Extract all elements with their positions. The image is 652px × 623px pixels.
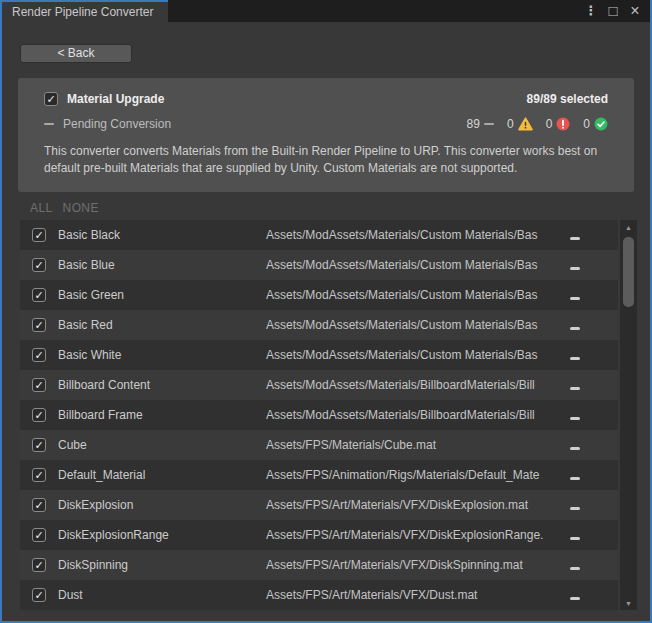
row-checkbox[interactable]: ✓ [32,588,46,602]
warning-count: 0 [507,117,514,131]
material-row[interactable]: ✓ Basic Black Assets/ModAssets/Materials… [20,220,618,250]
error-count: 0 [546,117,553,131]
scrollbar-thumb[interactable] [623,237,634,307]
window-title: Render Pipeline Converter [12,5,153,19]
row-status [570,436,580,454]
tab-render-pipeline-converter[interactable]: Render Pipeline Converter [2,0,168,22]
converter-header[interactable]: ✓ Material Upgrade 89/89 selected [44,92,608,106]
converter-description: This converter converts Materials from t… [44,143,608,177]
status-counts: 89 0 0 [467,117,608,131]
row-checkbox[interactable]: ✓ [32,528,46,542]
check-icon: ✓ [34,260,43,271]
row-checkbox[interactable]: ✓ [32,258,46,272]
material-row[interactable]: ✓ DiskExplosion Assets/FPS/Art/Materials… [20,490,618,520]
material-path: Assets/FPS/Art/Materials/VFX/DiskSpinnin… [266,558,570,572]
row-status [570,466,580,484]
check-icon: ✓ [34,410,43,421]
check-icon: ✓ [34,290,43,301]
scroll-up-icon[interactable]: ▲ [620,220,637,234]
success-count-group: 0 [583,117,608,131]
material-name: Basic Blue [58,258,266,272]
back-button[interactable]: < Back [20,44,132,63]
row-checkbox[interactable]: ✓ [32,378,46,392]
materials-list: ✓ Basic Black Assets/ModAssets/Materials… [20,220,618,610]
check-icon: ✓ [46,94,55,105]
material-row[interactable]: ✓ Dust Assets/FPS/Art/Materials/VFX/Dust… [20,580,618,610]
success-icon [594,117,608,131]
error-count-group: 0 [546,117,571,131]
row-status [570,376,580,394]
pending-status-icon [570,447,580,450]
material-name: DiskExplosion [58,498,266,512]
row-status [570,256,580,274]
close-icon[interactable]: × [626,1,644,21]
row-checkbox[interactable]: ✓ [32,498,46,512]
material-path: Assets/ModAssets/Materials/Custom Materi… [266,258,570,272]
material-name: Dust [58,588,266,602]
material-path: Assets/ModAssets/Materials/Custom Materi… [266,288,570,302]
pending-status-icon [570,507,580,510]
row-checkbox[interactable]: ✓ [32,558,46,572]
material-path: Assets/FPS/Art/Materials/VFX/Dust.mat [266,588,570,602]
material-row[interactable]: ✓ Basic Blue Assets/ModAssets/Materials/… [20,250,618,280]
check-icon: ✓ [34,590,43,601]
select-none-button[interactable]: NONE [63,201,99,215]
pending-status-icon [570,537,580,540]
material-path: Assets/FPS/Materials/Cube.mat [266,438,570,452]
pending-conversion-label: Pending Conversion [63,117,171,131]
row-checkbox[interactable]: ✓ [32,228,46,242]
check-icon: ✓ [34,530,43,541]
list-area: ✓ Basic Black Assets/ModAssets/Materials… [2,220,650,610]
row-checkbox[interactable]: ✓ [32,438,46,452]
row-status [570,286,580,304]
row-status [570,496,580,514]
row-checkbox[interactable]: ✓ [32,348,46,362]
material-row[interactable]: ✓ Billboard Content Assets/ModAssets/Mat… [20,370,618,400]
material-row[interactable]: ✓ DiskSpinning Assets/FPS/Art/Materials/… [20,550,618,580]
material-row[interactable]: ✓ Cube Assets/FPS/Materials/Cube.mat [20,430,618,460]
material-path: Assets/ModAssets/Materials/Custom Materi… [266,228,570,242]
check-icon: ✓ [34,320,43,331]
maximize-icon[interactable]: □ [604,1,622,21]
converter-name: Material Upgrade [67,92,164,106]
check-icon: ✓ [34,350,43,361]
material-row[interactable]: ✓ Basic Green Assets/ModAssets/Materials… [20,280,618,310]
material-path: Assets/ModAssets/Materials/BillboardMate… [266,378,570,392]
titlebar: Render Pipeline Converter ⋮ □ × [2,0,650,22]
material-row[interactable]: ✓ Basic White Assets/ModAssets/Materials… [20,340,618,370]
row-checkbox[interactable]: ✓ [32,408,46,422]
select-all-button[interactable]: ALL [30,201,53,215]
row-status [570,556,580,574]
row-checkbox[interactable]: ✓ [32,318,46,332]
scroll-down-icon[interactable]: ▼ [620,596,637,610]
material-row[interactable]: ✓ Default_Material Assets/FPS/Animation/… [20,460,618,490]
pending-status-icon [570,387,580,390]
menu-icon[interactable]: ⋮ [582,1,600,21]
row-status [570,226,580,244]
material-path: Assets/FPS/Animation/Rigs/Materials/Defa… [266,468,570,482]
check-icon: ✓ [34,230,43,241]
material-path: Assets/FPS/Art/Materials/VFX/DiskExplosi… [266,498,570,512]
material-row[interactable]: ✓ Billboard Frame Assets/ModAssets/Mater… [20,400,618,430]
check-icon: ✓ [34,560,43,571]
row-checkbox[interactable]: ✓ [32,288,46,302]
pending-status-icon [570,417,580,420]
titlebar-controls: ⋮ □ × [582,0,650,22]
pending-status-icon [570,357,580,360]
material-row[interactable]: ✓ Basic Red Assets/ModAssets/Materials/C… [20,310,618,340]
scrollbar[interactable]: ▲ ▼ [620,220,637,610]
check-icon: ✓ [34,380,43,391]
material-path: Assets/ModAssets/Materials/Custom Materi… [266,318,570,332]
material-name: DiskSpinning [58,558,266,572]
material-path: Assets/FPS/Art/Materials/VFX/DiskExplosi… [266,528,570,542]
pending-status-icon [570,237,580,240]
material-row[interactable]: ✓ DiskExplosionRange Assets/FPS/Art/Mate… [20,520,618,550]
row-status [570,406,580,424]
material-name: Basic White [58,348,266,362]
material-upgrade-checkbox[interactable]: ✓ [44,92,58,106]
material-path: Assets/ModAssets/Materials/BillboardMate… [266,408,570,422]
row-status [570,526,580,544]
pending-status-icon [570,477,580,480]
material-name: Basic Black [58,228,266,242]
row-checkbox[interactable]: ✓ [32,468,46,482]
